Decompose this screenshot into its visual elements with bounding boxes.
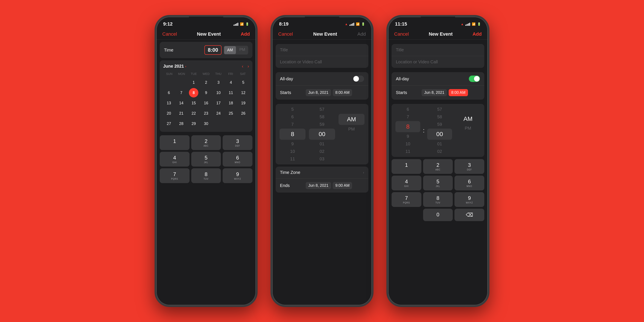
all-day-toggle-2[interactable] xyxy=(353,76,364,82)
key3-0[interactable]: 0 xyxy=(423,209,453,221)
hours-col-3[interactable]: 6 7 8 9 10 11 xyxy=(394,106,422,155)
cal-day[interactable]: 30 xyxy=(201,119,211,128)
form-section-2: Title Location or Video Call xyxy=(276,44,368,68)
cal-day[interactable]: 25 xyxy=(226,108,236,118)
cal-day[interactable]: 7 xyxy=(177,88,186,98)
key-2[interactable]: 2ABC xyxy=(191,135,221,150)
am-button-1[interactable]: AM xyxy=(224,46,236,54)
key-4[interactable]: 4GHI xyxy=(160,152,190,166)
hour-selector-bar-3: 8 xyxy=(396,121,420,132)
cal-day[interactable]: 21 xyxy=(177,108,186,118)
key3-4[interactable]: 4GHI xyxy=(392,176,422,190)
minutes-col-3[interactable]: 57 58 59 00 01 02 xyxy=(426,106,454,155)
cal-day[interactable]: 5 xyxy=(238,78,248,87)
cal-day[interactable]: 4 xyxy=(226,78,236,87)
cal-day[interactable]: 26 xyxy=(238,108,248,118)
key3-6[interactable]: 6MNO xyxy=(454,176,484,190)
period-col-2[interactable]: AM PM xyxy=(337,106,366,163)
key3-delete[interactable]: ⌫ xyxy=(454,209,484,221)
key-1[interactable]: 1 xyxy=(160,135,190,150)
key-9[interactable]: 9WXYZ xyxy=(222,168,252,183)
cal-day[interactable]: 1 xyxy=(189,78,198,87)
cal-day-today[interactable]: 8 xyxy=(189,88,198,98)
location-icon-2: ▲ xyxy=(345,22,348,26)
cal-day[interactable]: 28 xyxy=(177,119,186,128)
cal-day[interactable]: 6 xyxy=(164,88,174,98)
calendar-grid-1: 1 2 3 4 5 6 7 8 9 10 11 12 13 14 15 16 1… xyxy=(163,78,249,128)
all-day-label-2: All-day xyxy=(280,76,306,81)
cal-day[interactable]: 18 xyxy=(226,98,236,108)
key-3[interactable]: 3DEF xyxy=(222,135,252,150)
next-month-button-1[interactable]: › xyxy=(248,64,249,69)
cal-day[interactable]: 2 xyxy=(201,78,211,87)
cal-day[interactable]: 16 xyxy=(201,98,211,108)
cal-day[interactable]: 3 xyxy=(214,78,223,87)
starts-date-2[interactable]: Jun 8, 2021 xyxy=(306,89,331,96)
minute-selector-bar-2: 00 xyxy=(309,128,335,140)
key3-7[interactable]: 7PQRS xyxy=(392,192,422,207)
key3-8[interactable]: 8TUV xyxy=(423,192,453,207)
key3-9[interactable]: 9WXYZ xyxy=(454,192,484,207)
cal-day[interactable]: 12 xyxy=(238,88,248,98)
prev-month-button-1[interactable]: ‹ xyxy=(242,64,244,69)
cal-day[interactable]: 27 xyxy=(164,119,174,128)
signal-icon-1 xyxy=(234,22,238,26)
key-8[interactable]: 8TUV xyxy=(191,168,221,183)
starts-label-3: Starts xyxy=(396,90,422,95)
key3-3[interactable]: 3DEF xyxy=(454,159,484,174)
all-day-row-3: All-day xyxy=(392,72,484,86)
starts-label-2: Starts xyxy=(280,90,306,95)
pm-button-1[interactable]: PM xyxy=(236,46,248,54)
cal-day[interactable]: 15 xyxy=(189,98,198,108)
timezone-chevron-icon: › xyxy=(363,171,364,174)
title-input-3[interactable]: Title xyxy=(396,48,404,52)
key3-2[interactable]: 2ABC xyxy=(423,159,453,174)
cancel-button-2[interactable]: Cancel xyxy=(278,31,293,37)
key-5[interactable]: 5JKL xyxy=(191,152,221,166)
cal-day[interactable]: 13 xyxy=(164,98,174,108)
status-icons-1: 📶 🔋 xyxy=(234,22,249,26)
cal-day[interactable]: 11 xyxy=(226,88,236,98)
cal-day[interactable]: 17 xyxy=(214,98,223,108)
cal-day[interactable]: 22 xyxy=(189,108,198,118)
cal-day[interactable]: 20 xyxy=(164,108,174,118)
minutes-col-2[interactable]: 57 58 59 00 01 02 03 xyxy=(307,106,336,163)
calendar-nav-1: ‹ › xyxy=(242,64,249,69)
key-6[interactable]: 6MNO xyxy=(222,152,252,166)
starts-time-2[interactable]: 8:00 AM xyxy=(333,89,352,96)
cancel-button-3[interactable]: Cancel xyxy=(394,31,409,37)
key3-5[interactable]: 5JKL xyxy=(423,176,453,190)
hours-col-2[interactable]: 5 6 7 8 9 10 11 xyxy=(278,106,307,163)
location-input-3[interactable]: Location or Video Call xyxy=(396,60,438,64)
key-7[interactable]: 7PQRS xyxy=(160,168,190,183)
month-expand-icon: › xyxy=(185,64,186,68)
add-button-2[interactable]: Add xyxy=(358,31,366,37)
cal-day[interactable]: 9 xyxy=(201,88,211,98)
cal-day[interactable]: 23 xyxy=(201,108,211,118)
ends-time-2[interactable]: 9:00 AM xyxy=(333,182,352,189)
calendar-month-1: June 2021 › xyxy=(163,64,186,69)
cal-day[interactable]: 24 xyxy=(214,108,223,118)
cal-day[interactable]: 29 xyxy=(189,119,198,128)
location-input-2[interactable]: Location or Video Call xyxy=(280,60,322,64)
key3-empty xyxy=(392,209,422,221)
cancel-button-1[interactable]: Cancel xyxy=(162,31,177,37)
starts-time-3[interactable]: 8:00 AM xyxy=(449,89,468,96)
title-input-2[interactable]: Title xyxy=(280,48,288,52)
time-input-1[interactable]: 8:00 xyxy=(204,45,222,55)
ends-date-2[interactable]: Jun 8, 2021 xyxy=(306,182,331,189)
time-picker-3: 6 7 8 9 10 11 : 57 58 59 00 01 xyxy=(392,104,484,157)
add-button-1[interactable]: Add xyxy=(241,31,250,37)
battery-icon-3: 🔋 xyxy=(477,22,481,26)
all-day-toggle-3[interactable] xyxy=(469,76,480,82)
cal-day[interactable]: 14 xyxy=(177,98,186,108)
cal-day[interactable]: 10 xyxy=(214,88,223,98)
add-button-3[interactable]: Add xyxy=(472,31,482,37)
starts-date-3[interactable]: Jun 8, 2021 xyxy=(422,89,447,96)
cal-day[interactable]: 19 xyxy=(238,98,248,108)
period-col-3[interactable]: AM PM xyxy=(454,106,482,155)
hour-selector-bar-2: 8 xyxy=(280,128,306,140)
starts-row-3: Starts Jun 8, 2021 8:00 AM xyxy=(392,86,484,100)
key3-1[interactable]: 1 xyxy=(392,159,422,174)
weekday-headers-1: SUN MON TUE WED THU FRI SAT xyxy=(163,71,249,76)
